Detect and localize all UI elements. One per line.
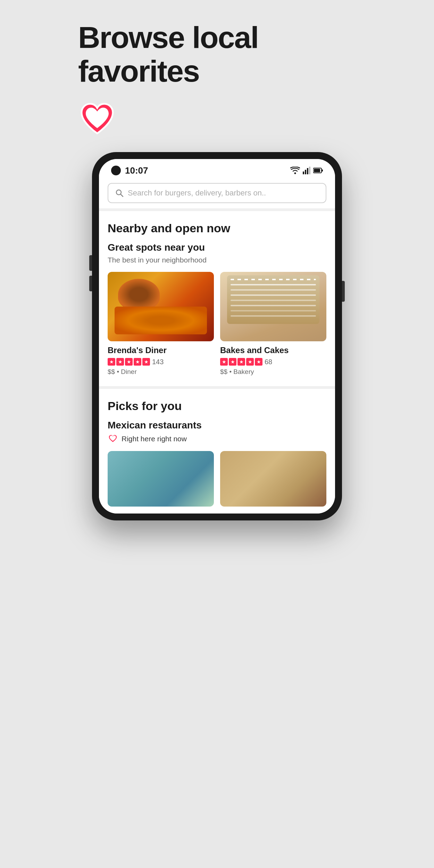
yelp-heart-logo — [78, 102, 116, 137]
brendas-diner-card[interactable]: Brenda's Diner ★ ★ ★ ★ ★ 143 — [108, 272, 214, 376]
star-5: ★ — [142, 358, 150, 366]
bakes-review-count: 68 — [265, 358, 272, 366]
bakes-star-4: ★ — [246, 358, 254, 366]
bakes-and-cakes-image — [220, 272, 326, 341]
mexican-card-2[interactable] — [220, 451, 326, 507]
brendas-stars: ★ ★ ★ ★ ★ — [108, 358, 150, 366]
bakes-star-3: ★ — [237, 358, 245, 366]
bakes-rating-row: ★ ★ ★ ★ ★ 68 — [220, 358, 326, 366]
star-3: ★ — [125, 358, 133, 366]
wifi-icon — [290, 167, 300, 174]
section-divider — [99, 208, 335, 211]
status-bar: 10:07 — [99, 159, 335, 180]
volume-up-button — [89, 255, 92, 271]
small-heart-icon — [108, 434, 118, 443]
status-icons — [290, 167, 323, 174]
bakes-star-5: ★ — [255, 358, 262, 366]
svg-rect-2 — [305, 170, 306, 174]
bakes-star-2: ★ — [229, 358, 236, 366]
nearby-section: Nearby and open now Great spots near you… — [99, 211, 335, 386]
svg-rect-3 — [307, 168, 308, 174]
picks-subtitle-text: Right here right now — [122, 435, 187, 443]
bakes-and-cakes-name: Bakes and Cakes — [220, 345, 326, 355]
search-icon — [115, 189, 124, 197]
bakes-food-photo — [220, 272, 326, 341]
star-2: ★ — [116, 358, 124, 366]
signal-icon — [303, 167, 310, 174]
svg-point-0 — [294, 173, 296, 174]
battery-icon — [313, 167, 323, 174]
star-1: ★ — [108, 358, 115, 366]
star-4: ★ — [134, 358, 141, 366]
hero-section: Browse local favorites — [78, 21, 356, 138]
search-bar[interactable]: Search for burgers, delivery, barbers on… — [108, 183, 326, 203]
brendas-review-count: 143 — [152, 358, 164, 366]
brendas-meta: $$ • Diner — [108, 368, 214, 376]
volume-down-button — [89, 276, 92, 291]
restaurant-cards-row: Brenda's Diner ★ ★ ★ ★ ★ 143 — [108, 272, 326, 376]
search-input[interactable]: Search for burgers, delivery, barbers on… — [128, 189, 266, 198]
svg-rect-6 — [314, 169, 320, 172]
nearby-subsection-title: Great spots near you — [108, 242, 326, 253]
svg-rect-7 — [322, 169, 323, 172]
bakes-star-1: ★ — [220, 358, 228, 366]
svg-line-9 — [121, 194, 123, 197]
picks-section: Picks for you Mexican restaurants Right … — [99, 389, 335, 514]
bakes-meta: $$ • Bakery — [220, 368, 326, 376]
search-container: Search for burgers, delivery, barbers on… — [99, 180, 335, 208]
svg-rect-1 — [303, 172, 304, 174]
bakes-stars: ★ ★ ★ ★ ★ — [220, 358, 262, 366]
camera-icon — [111, 166, 121, 175]
svg-rect-4 — [309, 167, 310, 174]
picks-subtitle-row: Right here right now — [108, 434, 326, 443]
nearby-section-title: Nearby and open now — [108, 222, 326, 235]
status-time: 10:07 — [125, 165, 148, 176]
brendas-diner-image — [108, 272, 214, 341]
picks-divider — [99, 386, 335, 389]
bakes-and-cakes-card[interactable]: Bakes and Cakes ★ ★ ★ ★ ★ 68 — [220, 272, 326, 376]
mexican-restaurants-title: Mexican restaurants — [108, 420, 326, 431]
brendas-diner-name: Brenda's Diner — [108, 345, 214, 355]
brendas-food-photo — [108, 272, 214, 341]
hero-title: Browse local favorites — [78, 21, 356, 88]
phone-screen: 10:07 — [99, 159, 335, 514]
power-button — [342, 281, 345, 302]
brendas-rating-row: ★ ★ ★ ★ ★ 143 — [108, 358, 214, 366]
picks-title: Picks for you — [108, 399, 326, 413]
phone-frame: 10:07 — [92, 152, 342, 520]
bottom-cards-row — [108, 451, 326, 507]
mexican-card-1[interactable] — [108, 451, 214, 507]
volume-buttons — [89, 255, 92, 291]
status-left: 10:07 — [111, 165, 148, 176]
phone-wrapper: 10:07 — [92, 152, 342, 520]
nearby-subsection-subtitle: The best in your neighborhood — [108, 256, 326, 264]
